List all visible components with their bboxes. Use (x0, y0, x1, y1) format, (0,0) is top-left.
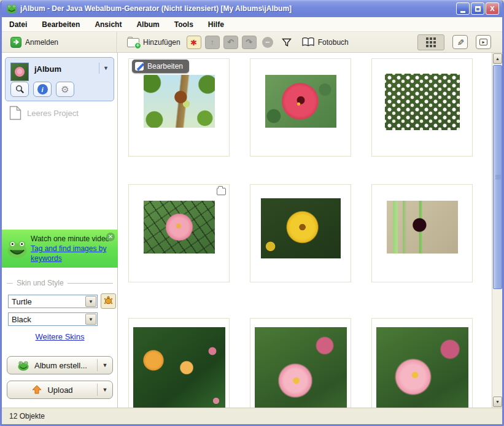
photo-hibiscus (265, 75, 336, 128)
slideshow-button[interactable]: ▸ (476, 35, 491, 49)
grid-icon (426, 37, 436, 47)
settings-button[interactable]: ⚙ (56, 82, 74, 97)
menu-ansicht[interactable]: Ansicht (95, 20, 122, 29)
thumbnail-cell-peony-fence[interactable] (128, 184, 230, 282)
promo-close-icon[interactable]: ✕ (106, 233, 115, 241)
filter-icon[interactable] (282, 37, 292, 47)
sign-in-arrow-icon (10, 37, 21, 48)
menu-hilfe[interactable]: Hilfe (208, 20, 224, 29)
make-album-label: Album erstell... (34, 361, 87, 370)
upload-label: Upload (47, 385, 72, 395)
thumbnail-view-button[interactable] (417, 34, 444, 50)
photo-yellow-daisy (261, 198, 341, 258)
folder-up-button[interactable]: ↑ (205, 36, 220, 49)
thumbnail-cell-orange-roses[interactable] (128, 318, 230, 408)
sidebar: jAlbum ▼ i ⚙ (2, 53, 118, 408)
info-button[interactable]: i (33, 82, 52, 97)
chevron-down-icon[interactable]: ▼ (98, 362, 112, 368)
menu-datei[interactable]: Datei (9, 20, 27, 29)
project-thumbnail (10, 63, 29, 81)
photobook-label: Fotobuch (318, 38, 349, 47)
minimize-button[interactable] (456, 2, 470, 15)
menu-tools[interactable]: Tools (174, 20, 193, 29)
thumbnail-cell-pink-peonies[interactable] (250, 318, 351, 408)
empty-project-label: Leeres Project (27, 109, 79, 118)
more-skins-link[interactable]: Weitere Skins (36, 332, 85, 341)
toolbar: Anmelden + Hinzufügen ✱ ↑ ↶ ↷ − (2, 32, 502, 53)
frog-icon (17, 360, 29, 371)
sign-in-label: Anmelden (25, 38, 58, 47)
open-book-icon (302, 37, 314, 47)
menu-album[interactable]: Album (136, 20, 159, 29)
add-folder-icon: + (127, 37, 139, 47)
edit-overlay-button[interactable]: Bearbeiten (132, 60, 189, 73)
photo-tulip (387, 201, 458, 254)
chevron-down-icon[interactable]: ▼ (98, 387, 112, 393)
photo-daisies (385, 74, 460, 130)
sign-in-button[interactable]: Anmelden (8, 35, 61, 50)
pencil-icon: ✎ (455, 39, 465, 46)
add-button[interactable]: + Hinzufügen (125, 35, 183, 49)
gear-icon: ⚙ (61, 85, 69, 94)
promo-video-link[interactable]: Tag and find images by keywords (31, 244, 106, 263)
chevron-down-icon[interactable]: ▼ (85, 296, 96, 307)
style-select[interactable]: Black ▼ (8, 312, 98, 326)
scroll-up-button[interactable]: ▲ (493, 53, 502, 64)
window-title: jAlbum - Der Java Webalbum-Generator (Ni… (20, 4, 456, 13)
menu-bearbeiten[interactable]: Bearbeiten (42, 20, 80, 29)
main-area: jAlbum ▼ i ⚙ (2, 53, 502, 408)
frog-app-icon (6, 3, 17, 14)
vertical-scrollbar[interactable]: ▲ ▼ (492, 53, 502, 408)
add-label: Hinzufügen (143, 38, 180, 47)
thumbnail-cell-yellow-daisy[interactable] (250, 184, 351, 282)
remove-button[interactable]: − (262, 37, 273, 48)
jalbum-window: jAlbum - Der Java Webalbum-Generator (Ni… (0, 0, 504, 426)
empty-project-item[interactable]: Leeres Project (9, 106, 79, 120)
search-icon (15, 85, 25, 94)
thumbnail-cell-pink-peonies-2[interactable] (371, 318, 473, 408)
make-album-button[interactable]: Album erstell... ▼ (7, 356, 113, 374)
chevron-down-icon: ▼ (103, 65, 109, 71)
scrollbar-thumb[interactable] (493, 65, 502, 289)
project-name: jAlbum (34, 64, 61, 74)
search-button[interactable] (10, 82, 29, 97)
edit-view-button[interactable]: ✎ (452, 35, 468, 49)
skin-preview-button[interactable] (101, 293, 116, 309)
project-panel: jAlbum ▼ i ⚙ (5, 57, 114, 101)
skin-select-value: Turtle (9, 297, 85, 306)
frog-icon (6, 238, 28, 259)
thumbnail-grid: Bearbeiten (118, 53, 487, 408)
titlebar: jAlbum - Der Java Webalbum-Generator (Ni… (0, 0, 504, 17)
skin-select[interactable]: Turtle ▼ (8, 295, 98, 308)
blank-page-icon (9, 106, 21, 120)
thumbnail-cell-tulip[interactable] (371, 184, 473, 282)
turtle-icon (103, 296, 114, 306)
thumbnail-cell-hibiscus[interactable] (250, 58, 351, 157)
object-count: 12 Objekte (9, 412, 45, 420)
scrollbar-grip (495, 175, 501, 180)
folder-badge-icon (217, 188, 226, 195)
rotate-left-button[interactable]: ↶ (223, 36, 238, 49)
photobook-button[interactable]: Fotobuch (302, 37, 349, 47)
promo-banner: Watch one minute video: Tag and find ima… (2, 230, 118, 268)
upload-arrow-icon (31, 385, 42, 395)
skin-style-section: Skin und Style (7, 279, 113, 287)
play-icon: ▸ (479, 39, 487, 45)
scroll-down-button[interactable]: ▼ (493, 397, 502, 407)
photo-pink-peonies-2 (376, 327, 468, 408)
close-button[interactable]: X (486, 2, 499, 15)
photo-squirrel (144, 75, 215, 128)
chevron-down-icon[interactable]: ▼ (85, 314, 96, 325)
info-icon: i (37, 84, 48, 95)
style-select-value: Black (9, 315, 85, 324)
rotate-right-button[interactable]: ↷ (242, 36, 257, 49)
edit-overlay-label: Bearbeiten (147, 62, 183, 71)
project-dropdown[interactable]: ▼ (99, 63, 109, 74)
thumbnail-cell-daisies[interactable] (371, 58, 473, 157)
new-folder-button[interactable]: ✱ (187, 36, 201, 49)
promo-text: Watch one minute video: (31, 234, 112, 243)
upload-button[interactable]: Upload ▼ (7, 381, 113, 399)
skin-style-label: Skin und Style (17, 279, 64, 287)
thumbnail-cell-squirrel[interactable] (128, 58, 230, 157)
maximize-button[interactable] (471, 2, 484, 15)
